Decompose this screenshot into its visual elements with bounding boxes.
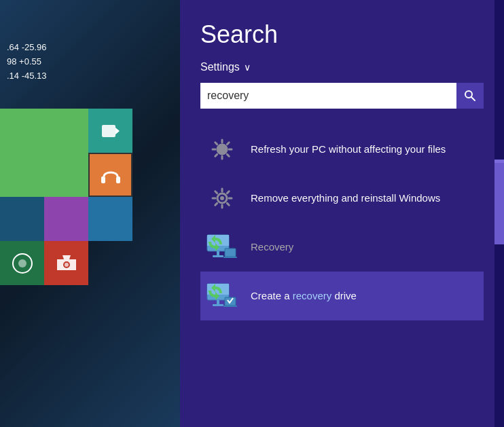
svg-marker-1 [115,128,120,134]
stock-line-3: .14 -45.13 [7,69,47,83]
chevron-down-icon: ∨ [244,62,251,73]
tile-blue2[interactable] [88,197,132,241]
results-list: Refresh your PC without affecting your f… [200,125,484,320]
tile-green[interactable] [0,109,88,197]
create-drive-highlight: recovery [293,290,332,301]
search-panel: Search Settings ∨ Refresh your PC [180,0,504,427]
tile-purple[interactable] [44,197,88,241]
gear-icon-2 [206,182,238,215]
tile-orange[interactable] [88,153,132,197]
scrollbar-thumb[interactable] [494,163,504,244]
camera-icon [54,251,79,276]
video-icon [101,121,121,141]
svg-rect-26 [223,305,237,307]
svg-point-8 [65,263,69,267]
result-text-refresh: Refresh your PC without affecting your f… [251,143,446,156]
result-item-create-drive[interactable]: Create a recovery drive [200,272,484,320]
tile-row-1 [0,109,180,197]
tile-row-3 [0,241,180,285]
result-icon-create-drive [204,278,240,314]
search-button[interactable] [456,83,484,109]
svg-rect-2 [101,177,105,183]
tile-xbox[interactable] [0,241,44,285]
recovery-icon [204,229,240,265]
svg-rect-0 [102,125,115,137]
result-text-create-drive: Create a recovery drive [251,289,357,303]
search-filter-dropdown[interactable]: Settings ∨ [200,61,484,73]
create-drive-text-before: Create a [251,290,293,301]
svg-point-14 [220,196,224,200]
search-input[interactable] [200,83,456,109]
start-screen-panel: .64 -25.96 98 +0.55 .14 -45.13 [0,0,180,427]
search-icon [464,90,476,102]
recovery-drive-icon [204,278,240,314]
headphones-icon [98,163,123,187]
svg-rect-3 [116,177,120,183]
gear-icon [206,133,238,166]
svg-point-5 [18,259,26,267]
svg-rect-23 [217,300,219,304]
result-item-recovery[interactable]: Recovery [200,223,484,272]
result-item-refresh[interactable]: Refresh your PC without affecting your f… [200,125,484,174]
tile-blue-dark[interactable] [0,197,44,241]
xbox-icon [10,251,35,276]
tiles-area [0,109,180,285]
scrollbar [494,0,504,427]
stock-info: .64 -25.96 98 +0.55 .14 -45.13 [7,41,47,83]
stock-line-1: .64 -25.96 [7,41,47,55]
svg-rect-17 [217,251,219,255]
result-icon-remove [204,181,240,216]
svg-line-10 [471,97,475,100]
tile-row-2 [0,197,180,241]
result-item-remove[interactable]: Remove everything and reinstall Windows [200,174,484,223]
search-title: Search [200,20,484,49]
result-text-remove: Remove everything and reinstall Windows [251,191,440,205]
svg-rect-18 [213,255,223,257]
svg-point-12 [220,147,224,151]
tile-teal[interactable] [88,109,132,153]
svg-marker-6 [62,255,71,259]
svg-rect-19 [225,248,236,257]
svg-rect-24 [213,304,223,306]
stock-line-2: 98 +0.55 [7,55,47,69]
search-box [200,83,484,109]
tile-column [88,109,132,197]
tile-camera[interactable] [44,241,88,285]
svg-rect-20 [223,257,237,258]
create-drive-text-after: drive [331,290,357,301]
result-icon-refresh [204,132,240,167]
result-text-recovery: Recovery [251,240,293,254]
filter-label: Settings [200,61,240,73]
result-icon-recovery [204,229,240,265]
